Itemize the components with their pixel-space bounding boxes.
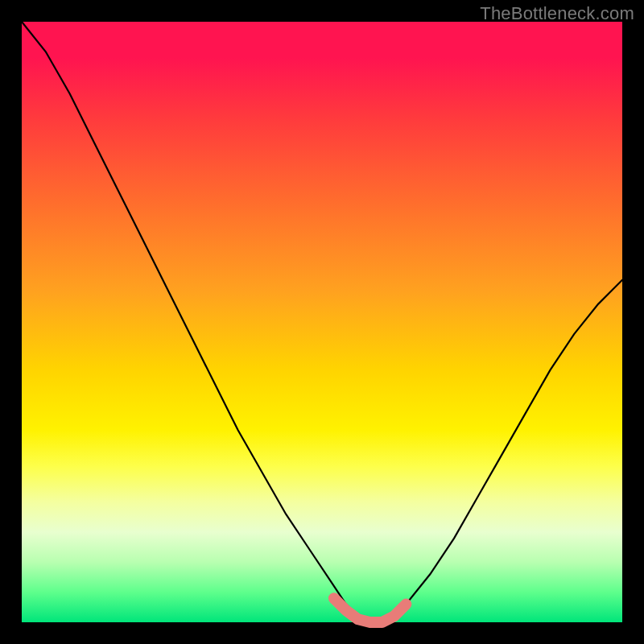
curve-layer <box>22 22 622 622</box>
optimal-flat-region-path <box>334 598 407 622</box>
plot-area <box>22 22 622 622</box>
bottleneck-curve-path <box>22 22 622 622</box>
chart-frame: TheBottleneck.com <box>0 0 644 644</box>
